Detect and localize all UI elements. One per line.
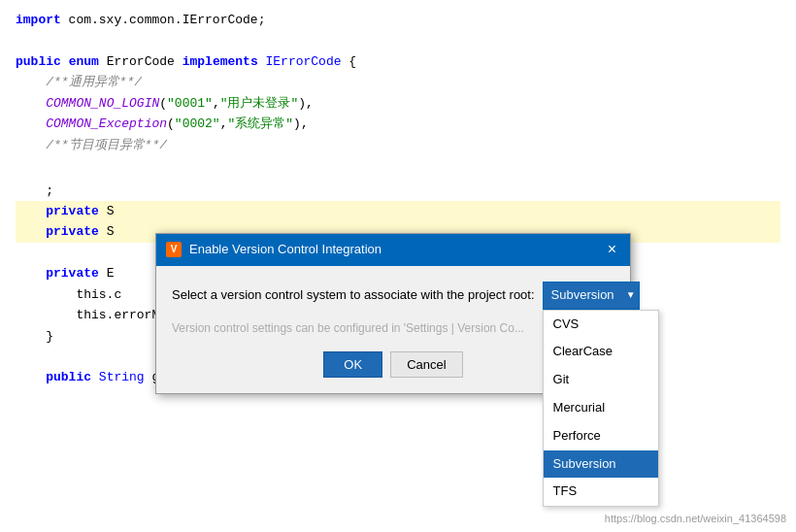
ok-button[interactable]: OK <box>323 351 382 378</box>
dialog-vc-icon: V <box>166 242 182 257</box>
cancel-button[interactable]: Cancel <box>390 351 462 378</box>
dropdown-wrapper[interactable]: Subversion ▼ CVS ClearCase Git Mercurial… <box>543 282 640 310</box>
dialog-select-row: Select a version control system to assoc… <box>172 282 614 310</box>
watermark: https://blog.csdn.net/weixin_41364598 <box>605 511 786 528</box>
dropdown-item-mercurial[interactable]: Mercurial <box>544 394 658 422</box>
dialog-titlebar-left: V Enable Version Control Integration <box>166 240 381 260</box>
dialog-overlay: V Enable Version Control Integration × S… <box>0 0 796 532</box>
dialog: V Enable Version Control Integration × S… <box>155 233 631 394</box>
dropdown-item-git[interactable]: Git <box>544 366 658 394</box>
dropdown-item-perforce[interactable]: Perforce <box>544 422 658 450</box>
dialog-titlebar: V Enable Version Control Integration × <box>156 234 630 266</box>
dropdown-item-cvs[interactable]: CVS <box>544 311 658 339</box>
code-editor: import com.sxy.common.IErrorCode; public… <box>0 0 796 532</box>
dropdown-item-subversion[interactable]: Subversion <box>544 450 658 479</box>
dropdown-popup[interactable]: CVS ClearCase Git Mercurial Perforce Sub… <box>543 310 659 508</box>
dropdown-selected-value[interactable]: Subversion <box>543 282 640 310</box>
dialog-title: Enable Version Control Integration <box>189 240 381 260</box>
dropdown-item-tfs[interactable]: TFS <box>544 478 658 506</box>
dialog-select-label: Select a version control system to assoc… <box>172 285 535 306</box>
dropdown-item-clearcase[interactable]: ClearCase <box>544 338 658 366</box>
dialog-close-button[interactable]: × <box>604 242 620 257</box>
dialog-body: Select a version control system to assoc… <box>156 266 630 393</box>
